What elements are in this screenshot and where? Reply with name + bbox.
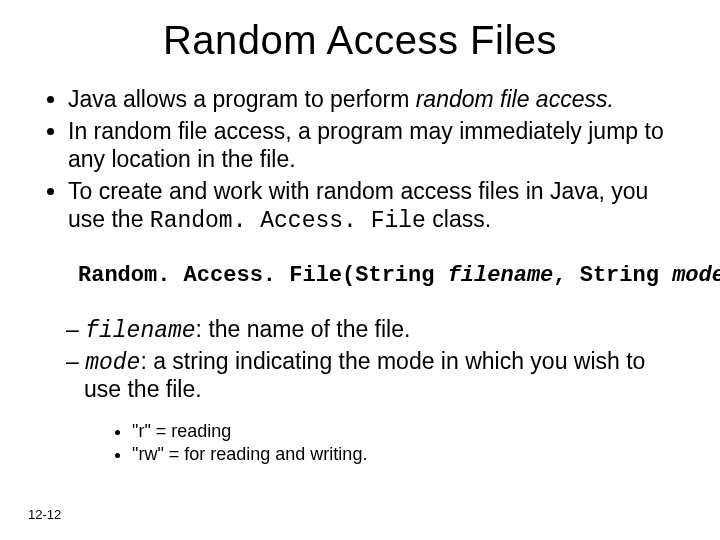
code-text: , (553, 263, 579, 288)
emphasis-text: random file access. (416, 86, 614, 112)
slide: Random Access Files Java allows a progra… (0, 0, 720, 540)
param-item: filename: the name of the file. (66, 316, 680, 344)
text: : a string indicating the mode in which … (84, 348, 645, 402)
bullet-item: Java allows a program to perform random … (68, 85, 680, 113)
constructor-signature: Random. Access. File(String filename, St… (78, 263, 680, 288)
param-item: mode: a string indicating the mode in wh… (66, 348, 680, 403)
param-list: filename: the name of the file. mode: a … (66, 316, 680, 403)
code-text: String (580, 263, 659, 288)
code-text: String (355, 263, 434, 288)
mode-list: "r" = reading "rw" = for reading and wri… (110, 421, 680, 465)
page-number: 12-12 (28, 507, 61, 522)
code-text: Random. Access. File (150, 208, 426, 234)
bullet-list: Java allows a program to perform random … (40, 85, 680, 235)
param-code: mode (85, 350, 140, 376)
param-name: filename (448, 263, 554, 288)
slide-title: Random Access Files (40, 18, 680, 63)
param-code: filename (85, 318, 195, 344)
text: "r" = reading (132, 421, 231, 441)
text: In random file access, a program may imm… (68, 118, 664, 172)
text: "rw" = for reading and writing. (132, 444, 367, 464)
mode-item: "r" = reading (132, 421, 680, 442)
text: class. (426, 206, 491, 232)
mode-item: "rw" = for reading and writing. (132, 444, 680, 465)
bullet-item: In random file access, a program may imm… (68, 117, 680, 173)
text: Java allows a program to perform (68, 86, 416, 112)
bullet-item: To create and work with random access fi… (68, 177, 680, 235)
param-name: mode (672, 263, 720, 288)
text: : the name of the file. (196, 316, 411, 342)
code-text: Random. Access. File( (78, 263, 355, 288)
